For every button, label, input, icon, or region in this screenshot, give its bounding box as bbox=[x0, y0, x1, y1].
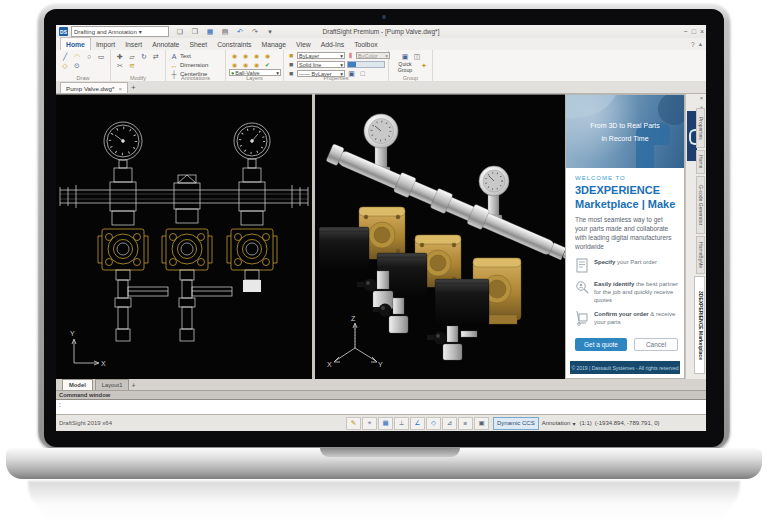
document-tab[interactable]: Pump Valve.dwg* × bbox=[60, 82, 128, 93]
layer-on-icon[interactable]: ◉ bbox=[229, 51, 240, 60]
layer-check-icon[interactable]: ✔ bbox=[262, 60, 273, 69]
layer-lock-icon[interactable]: ◉ bbox=[251, 51, 262, 60]
layer-preview-icon[interactable]: ◉ bbox=[251, 60, 262, 69]
chevron-down-icon: ▾ bbox=[340, 53, 343, 59]
tab-insert[interactable]: Insert bbox=[120, 38, 147, 50]
layer-freeze-icon[interactable]: ◉ bbox=[240, 51, 251, 60]
point-tool-icon[interactable]: ⊙ bbox=[71, 61, 83, 70]
laptop-reflection bbox=[28, 481, 740, 523]
maximize-button[interactable]: □ bbox=[692, 28, 696, 35]
cancel-button[interactable]: Cancel bbox=[634, 338, 678, 351]
layer-unhide-icon[interactable]: ◉ bbox=[240, 60, 251, 69]
palette-tab-homebyme[interactable]: HomeByMe bbox=[696, 236, 705, 274]
esnap-toggle-icon[interactable]: ◇ bbox=[426, 417, 441, 430]
dynamic-ccs-button[interactable]: Dynamic CCS bbox=[493, 417, 539, 430]
viewport-3d[interactable]: Z X Y bbox=[315, 94, 565, 379]
linestyle-select[interactable]: Solid line ▾ bbox=[297, 61, 345, 68]
workspace-select[interactable]: Drafting and Annotation ▾ bbox=[71, 26, 169, 37]
ribbon-collapse-icon[interactable]: ▴ bbox=[699, 40, 702, 48]
find-partner-icon bbox=[575, 280, 589, 296]
chevron-down-icon: ▾ bbox=[572, 420, 575, 427]
bycolor-select[interactable]: ByColor ▾ bbox=[356, 52, 390, 59]
tab-constraints[interactable]: Constraints bbox=[212, 38, 256, 50]
part-order-icon bbox=[575, 258, 589, 274]
tab-manage[interactable]: Manage bbox=[257, 38, 292, 50]
ortho-toggle-icon[interactable]: ⊥ bbox=[394, 417, 409, 430]
close-button[interactable]: × bbox=[700, 28, 704, 35]
polygon-tool-icon[interactable]: ◇ bbox=[59, 61, 71, 70]
command-window-titlebar[interactable]: Command window bbox=[56, 390, 706, 399]
tab-home[interactable]: Home bbox=[60, 37, 91, 50]
get-a-quote-button[interactable]: Get a quote bbox=[575, 338, 627, 351]
layer-isolate-icon[interactable]: ◉ bbox=[262, 51, 273, 60]
tab-sheet[interactable]: Sheet bbox=[184, 38, 212, 50]
open-file-icon[interactable]: ❒ bbox=[189, 27, 201, 36]
text-label: Text bbox=[180, 53, 191, 59]
undo-icon[interactable]: ↶ bbox=[234, 27, 246, 36]
banner-headline-line2: in Record Time bbox=[566, 135, 684, 142]
linecolor-value: ByLayer bbox=[299, 53, 319, 59]
transparency-slider[interactable] bbox=[347, 61, 385, 68]
bullet-specify: Specify your Part order bbox=[575, 258, 679, 274]
panel-close-icon[interactable]: × bbox=[700, 95, 704, 101]
arc-tool-icon[interactable]: ◠ bbox=[71, 52, 83, 61]
print-icon[interactable]: ▤ bbox=[219, 27, 231, 36]
palette-tab-properties[interactable]: Properties bbox=[696, 108, 705, 148]
command-input[interactable]: : bbox=[56, 399, 706, 414]
mirror-tool-icon[interactable]: ⇄ bbox=[150, 52, 162, 61]
palette-tab-3dexperience-marketplace[interactable]: 3DEXPERIENCE Marketplace bbox=[694, 276, 705, 374]
move-tool-icon[interactable]: ✚ bbox=[114, 52, 126, 61]
main-area: Y X bbox=[56, 94, 706, 379]
pattern-tool-icon[interactable]: ≋ bbox=[126, 61, 138, 70]
line-tool-icon[interactable]: ╱ bbox=[59, 52, 71, 61]
minimize-button[interactable]: − bbox=[684, 28, 688, 35]
linecolor-select[interactable]: ByLayer ▾ bbox=[297, 52, 345, 59]
palette-tab-home[interactable]: Home bbox=[696, 150, 705, 174]
tab-toolbox[interactable]: Toolbox bbox=[349, 38, 382, 50]
ribbon-group-modify: ✚ ▱ ↻ ⇄ ✂ ≋ Modify bbox=[111, 50, 166, 81]
dimension-button[interactable]: ↔ Dimension bbox=[170, 61, 208, 69]
trim-tool-icon[interactable]: ✂ bbox=[114, 61, 126, 70]
qat-dropdown-icon[interactable]: ▾ bbox=[264, 27, 276, 36]
ribbon-group-draw: ╱ ◠ ○ ▭ ◇ ⊙ Draw bbox=[56, 50, 111, 81]
group-explode-icon[interactable]: ✦ bbox=[418, 61, 430, 70]
rotate-tool-icon[interactable]: ↻ bbox=[138, 52, 150, 61]
quick-group-button[interactable]: Quick Group bbox=[392, 61, 418, 73]
bullet-confirm: Confirm your order & receive your parts bbox=[575, 310, 679, 326]
new-file-icon[interactable]: ❏ bbox=[174, 27, 186, 36]
tab-view[interactable]: View bbox=[291, 38, 316, 50]
palette-tab-gcode-generator[interactable]: G-code Generator bbox=[696, 176, 705, 234]
polar-toggle-icon[interactable]: ∠ bbox=[410, 417, 425, 430]
circle-tool-icon[interactable]: ○ bbox=[83, 52, 95, 61]
save-icon[interactable]: ▦ bbox=[204, 27, 216, 36]
help-icon[interactable]: ? bbox=[691, 41, 695, 48]
copy-tool-icon[interactable]: ▱ bbox=[126, 52, 138, 61]
rectangle-tool-icon[interactable]: ▭ bbox=[95, 52, 107, 61]
group-create-icon[interactable]: ▣ bbox=[399, 52, 411, 61]
sheet-tab-layout1[interactable]: Layout1 bbox=[95, 379, 130, 390]
laptop-camera bbox=[382, 15, 386, 19]
print-style-toggle-icon[interactable]: ▣ bbox=[474, 417, 489, 430]
tab-addins[interactable]: Add-Ins bbox=[316, 38, 349, 50]
viewport-2d[interactable]: Y X bbox=[56, 94, 312, 379]
pointer-style-icon[interactable]: ✎ bbox=[346, 417, 361, 430]
ribbon-tab-bar: Home Import Insert Annotate Sheet Constr… bbox=[56, 38, 706, 50]
tab-import[interactable]: Import bbox=[91, 38, 120, 50]
group-edit-icon[interactable]: ◫ bbox=[411, 52, 423, 61]
sheet-tab-model[interactable]: Model bbox=[62, 379, 93, 390]
text-button[interactable]: A Text bbox=[170, 52, 208, 60]
lineweight-toggle-icon[interactable]: ≡ bbox=[458, 417, 473, 430]
new-document-tab-button[interactable]: + bbox=[131, 83, 136, 93]
add-sheet-button[interactable]: + bbox=[131, 382, 135, 390]
layer-hide-icon[interactable]: ◉ bbox=[229, 60, 240, 69]
rendered-3d-model: Z X Y bbox=[315, 95, 565, 379]
snap-toggle-icon[interactable]: ⌖ bbox=[362, 417, 377, 430]
etrack-toggle-icon[interactable]: ⊿ bbox=[442, 417, 457, 430]
ribbon-group-layers: ◉ ◉ ◉ ◉ ◉ ◉ ◉ ✔ ● Ball-Valve ▾ Layers bbox=[226, 50, 284, 81]
close-icon[interactable]: × bbox=[118, 85, 122, 92]
tab-annotate[interactable]: Annotate bbox=[147, 38, 184, 50]
redo-icon[interactable]: ↷ bbox=[249, 27, 261, 36]
annotation-scale-select[interactable]: Annotation ▾ bbox=[542, 420, 576, 427]
grid-toggle-icon[interactable]: ▦ bbox=[378, 417, 393, 430]
document-tab-label: Pump Valve.dwg* bbox=[66, 85, 114, 92]
